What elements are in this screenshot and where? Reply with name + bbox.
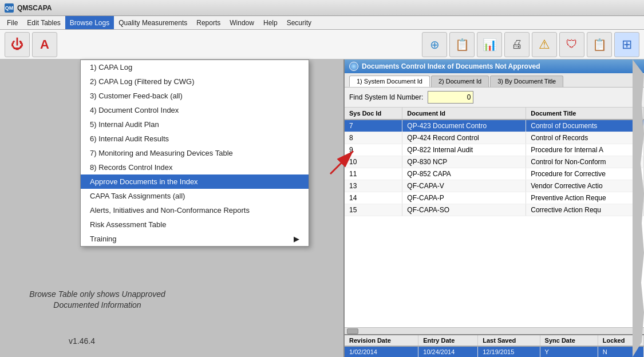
dropdown-item-3[interactable]: 3) Customer Feed-back (all) <box>81 89 309 103</box>
menu-bar: File Edit Tables Browse Logs Quality Mea… <box>0 16 644 30</box>
cell-revision-date: 1/02/2014 <box>345 346 418 357</box>
window-title: Documents Control Index of Documents Not… <box>362 62 540 70</box>
left-area: 1) CAPA Log 2) CAPA Log (Filtered by CWG… <box>0 60 343 357</box>
menu-window[interactable]: Window <box>225 16 259 29</box>
bottom-table-container: Revision Date Entry Date Last Saved Sync… <box>345 334 644 357</box>
search-bar: Find System Id Number: <box>345 88 644 108</box>
toolbar-print-btn[interactable]: 🖨 <box>504 32 530 57</box>
cell-sys-doc-id: 7 <box>345 120 402 132</box>
tab-bar: 1) System Document Id 2) Document Id 3) … <box>345 73 644 88</box>
window-title-bar: Documents Control Index of Documents Not… <box>345 60 644 73</box>
tab-system-doc-id[interactable]: 1) System Document Id <box>349 76 430 87</box>
col-sync-date: Sync Date <box>540 335 598 346</box>
app-icon: QM <box>5 3 14 13</box>
cell-sys-doc-id: 8 <box>345 132 402 144</box>
cell-sys-doc-id: 10 <box>345 156 402 168</box>
table-row[interactable]: 14 QF-CAPA-P Preventive Action Reque <box>345 192 644 204</box>
toolbar-list-btn[interactable]: 📋 <box>587 32 612 57</box>
tab-document-title[interactable]: 3) By Document Title <box>490 76 563 87</box>
cell-sync-date: Y <box>540 346 598 357</box>
toolbar-notes-btn[interactable]: 📋 <box>449 32 475 57</box>
table-row[interactable]: 9 QP-822 Internal Audit Procedure for In… <box>345 144 644 156</box>
documents-table: Sys Doc Id Document Id Document Title 7 … <box>345 108 644 216</box>
col-last-saved: Last Saved <box>478 335 540 346</box>
col-document-id: Document Id <box>402 108 526 120</box>
cell-sys-doc-id: 14 <box>345 192 402 204</box>
cell-document-id: QP-423 Document Contro <box>402 120 526 132</box>
table-row[interactable]: 10 QP-830 NCP Control for Non-Conform <box>345 156 644 168</box>
dropdown-item-2[interactable]: 2) CAPA Log (Filtered by CWG) <box>81 74 309 89</box>
cell-document-title: Preventive Action Reque <box>526 192 644 204</box>
menu-file[interactable]: File <box>2 16 22 29</box>
tab-document-id[interactable]: 2) Document Id <box>431 76 489 87</box>
submenu-arrow-icon: ▶ <box>294 235 299 243</box>
menu-reports[interactable]: Reports <box>192 16 225 29</box>
table-row[interactable]: 15 QF-CAPA-SO Corrective Action Requ <box>345 204 644 216</box>
cell-document-title: Procedure for Corrective <box>526 168 644 180</box>
document-window: Documents Control Index of Documents Not… <box>343 60 644 357</box>
bottom-table-row[interactable]: 1/02/2014 10/24/2014 12/19/2015 Y N <box>345 346 644 357</box>
menu-edit-tables[interactable]: Edit Tables <box>22 16 65 29</box>
cell-sys-doc-id: 13 <box>345 180 402 192</box>
cell-document-title: Vendor Corrective Actio <box>526 180 644 192</box>
toolbar: ⏻ A ⊕ 📋 📊 🖨 ⚠ 🛡 📋 ⊞ <box>0 30 644 60</box>
col-entry-date: Entry Date <box>418 335 478 346</box>
toolbar-power-btn[interactable]: ⏻ <box>5 32 30 57</box>
app-icon-text: QM <box>5 5 14 11</box>
cell-document-title: Corrective Action Requ <box>526 204 644 216</box>
cell-sys-doc-id: 9 <box>345 144 402 156</box>
cell-document-id: QF-CAPA-P <box>402 192 526 204</box>
col-sys-doc-id: Sys Doc Id <box>345 108 402 120</box>
col-document-title: Document Title <box>526 108 644 120</box>
toolbar-shield-btn[interactable]: 🛡 <box>559 32 584 57</box>
table-row[interactable]: 13 QF-CAPA-V Vendor Corrective Actio <box>345 180 644 192</box>
table-row[interactable]: 7 QP-423 Document Contro Control of Docu… <box>345 120 644 132</box>
browse-logs-dropdown: 1) CAPA Log 2) CAPA Log (Filtered by CWG… <box>80 60 309 247</box>
toolbar-plus-btn[interactable]: ⊞ <box>614 32 639 57</box>
toolbar-warning-btn[interactable]: ⚠ <box>532 32 557 57</box>
dropdown-item-6[interactable]: 6) Internal Audit Results <box>81 132 309 146</box>
documents-table-container: Sys Doc Id Document Id Document Title 7 … <box>345 108 644 327</box>
bottom-table: Revision Date Entry Date Last Saved Sync… <box>345 335 644 357</box>
toolbar-adobe-btn[interactable]: A <box>32 32 57 57</box>
cell-document-id: QF-CAPA-V <box>402 180 526 192</box>
dropdown-item-4[interactable]: 4) Document Control Index <box>81 103 309 117</box>
main-area: 1) CAPA Log 2) CAPA Log (Filtered by CWG… <box>0 60 644 357</box>
col-revision-date: Revision Date <box>345 335 418 346</box>
table-row[interactable]: 11 QP-852 CAPA Procedure for Corrective <box>345 168 644 180</box>
cell-document-title: Control of Documents <box>526 120 644 132</box>
cell-sys-doc-id: 15 <box>345 204 402 216</box>
cell-entry-date: 10/24/2014 <box>418 346 478 357</box>
dropdown-item-alerts[interactable]: Alerts, Initiatives and Non-Conformance … <box>81 203 309 217</box>
horizontal-scrollbar[interactable] <box>345 327 644 334</box>
scrollbar-thumb[interactable] <box>347 328 358 334</box>
cell-document-id: QP-852 CAPA <box>402 168 526 180</box>
dropdown-item-7[interactable]: 7) Monitoring and Measuring Devices Tabl… <box>81 146 309 160</box>
dropdown-item-1[interactable]: 1) CAPA Log <box>81 60 309 74</box>
menu-browse-logs[interactable]: Browse Logs <box>65 16 114 29</box>
cell-document-id: QP-424 Record Control <box>402 132 526 144</box>
dropdown-item-risk[interactable]: Risk Assessment Table <box>81 217 309 232</box>
dropdown-item-8[interactable]: 8) Records Control Index <box>81 160 309 174</box>
cell-last-saved: 12/19/2015 <box>478 346 540 357</box>
menu-security[interactable]: Security <box>282 16 316 29</box>
cell-document-id: QP-822 Internal Audit <box>402 144 526 156</box>
menu-quality-measurements[interactable]: Quality Measurements <box>114 16 192 29</box>
cell-document-id: QP-830 NCP <box>402 156 526 168</box>
toolbar-globe-btn[interactable]: ⊕ <box>422 32 447 57</box>
search-input[interactable] <box>428 91 473 104</box>
toolbar-chart-btn[interactable]: 📊 <box>477 32 502 57</box>
dropdown-item-capa-task[interactable]: CAPA Task Assignments (all) <box>81 189 309 203</box>
cell-document-title: Control for Non-Conform <box>526 156 644 168</box>
version-text: v1.46.4 <box>69 336 95 346</box>
cell-document-id: QF-CAPA-SO <box>402 204 526 216</box>
cell-document-title: Procedure for Internal A <box>526 144 644 156</box>
search-label: Find System Id Number: <box>349 93 423 101</box>
dropdown-item-approve[interactable]: Approve Documents in the Index <box>81 174 309 189</box>
annotation-text: Browse Table only shows UnapprovedDocume… <box>17 289 177 311</box>
menu-help[interactable]: Help <box>259 16 282 29</box>
dropdown-item-5[interactable]: 5) Internal Audit Plan <box>81 117 309 132</box>
window-icon <box>349 62 358 71</box>
dropdown-item-training[interactable]: Training ▶ <box>81 232 309 246</box>
table-row[interactable]: 8 QP-424 Record Control Control of Recor… <box>345 132 644 144</box>
